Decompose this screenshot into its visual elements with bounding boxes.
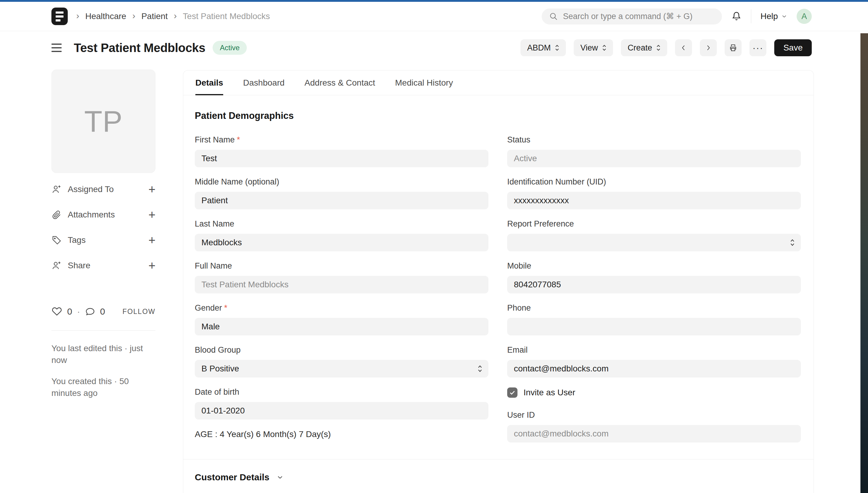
date-of-birth-input[interactable]: 01-01-2020 bbox=[195, 402, 489, 420]
tab-medical-history[interactable]: Medical History bbox=[395, 70, 453, 95]
sidebar-divider bbox=[51, 330, 155, 330]
middle-name-input[interactable]: Patient bbox=[195, 192, 489, 209]
field-label: First Name bbox=[195, 135, 235, 144]
field-label: Last Name bbox=[195, 219, 489, 229]
customer-details-section-toggle[interactable]: Customer Details bbox=[195, 459, 801, 493]
field-label: Mobile bbox=[507, 261, 801, 271]
view-dropdown-button[interactable]: View bbox=[574, 39, 613, 56]
chevron-right-icon: › bbox=[76, 10, 79, 21]
form-container: Details Dashboard Address & Contact Medi… bbox=[183, 70, 814, 493]
save-button[interactable]: Save bbox=[774, 39, 812, 56]
user-share-icon bbox=[51, 260, 62, 271]
field-identification-number: Identification Number (UID) xxxxxxxxxxxx… bbox=[507, 177, 801, 209]
add-assignment-button[interactable]: + bbox=[149, 183, 155, 196]
field-user-id: User ID contact@medblocks.com bbox=[507, 410, 801, 443]
help-menu[interactable]: Help bbox=[760, 12, 787, 21]
report-preference-select[interactable] bbox=[507, 234, 801, 251]
record-sidebar: TP Assigned To + Attachments + Tags + bbox=[51, 69, 155, 399]
add-attachment-button[interactable]: + bbox=[149, 208, 155, 222]
next-record-button[interactable] bbox=[700, 39, 717, 56]
uid-input[interactable]: xxxxxxxxxxxxx bbox=[507, 192, 801, 209]
field-label: Date of birth bbox=[195, 387, 489, 397]
first-name-input[interactable]: Test bbox=[195, 150, 489, 167]
breadcrumb-current: Test Patient Medblocks bbox=[183, 12, 270, 21]
blood-group-select[interactable]: B Positive bbox=[195, 360, 489, 378]
engagement-row: 0 · 0 FOLLOW bbox=[51, 306, 155, 317]
sidebar-toggle-icon[interactable] bbox=[51, 44, 62, 52]
desktop-wallpaper-edge bbox=[861, 33, 868, 493]
patient-image-placeholder[interactable]: TP bbox=[51, 69, 155, 173]
search-icon bbox=[549, 12, 558, 21]
sidebar-item-attachments[interactable]: Attachments + bbox=[51, 202, 155, 228]
field-label: Email bbox=[507, 345, 801, 355]
tab-details[interactable]: Details bbox=[195, 70, 223, 95]
created-text[interactable]: You created this · 50 minutes ago bbox=[51, 376, 145, 399]
app-logo[interactable] bbox=[51, 7, 68, 25]
phone-input[interactable] bbox=[507, 318, 801, 336]
global-search[interactable] bbox=[542, 8, 722, 24]
user-avatar[interactable]: A bbox=[797, 9, 812, 24]
mobile-input[interactable]: 8042077085 bbox=[507, 276, 801, 293]
follow-button[interactable]: FOLLOW bbox=[123, 307, 155, 316]
sidebar-item-tags[interactable]: Tags + bbox=[51, 228, 155, 253]
section-title-patient-demographics: Patient Demographics bbox=[195, 110, 801, 121]
breadcrumb-healthcare[interactable]: Healthcare bbox=[85, 12, 126, 21]
navbar-divider bbox=[751, 9, 751, 23]
heart-icon[interactable] bbox=[51, 306, 62, 317]
tab-dashboard[interactable]: Dashboard bbox=[243, 70, 285, 95]
email-input[interactable]: contact@medblocks.com bbox=[507, 360, 801, 378]
add-tag-button[interactable]: + bbox=[149, 234, 155, 247]
invite-as-user-checkbox[interactable] bbox=[507, 387, 518, 398]
sidebar-item-label: Attachments bbox=[68, 210, 115, 220]
form-column-left: First Name* Test Middle Name (optional) … bbox=[195, 135, 489, 452]
field-blood-group: Blood Group B Positive bbox=[195, 345, 489, 378]
field-email: Email contact@medblocks.com bbox=[507, 345, 801, 378]
age-text: AGE : 4 Year(s) 6 Month(s) 7 Day(s) bbox=[195, 429, 489, 439]
page-title: Test Patient Medblocks bbox=[74, 41, 205, 55]
tab-bar: Details Dashboard Address & Contact Medi… bbox=[183, 70, 813, 95]
status-readonly: Active bbox=[507, 150, 801, 167]
field-mobile: Mobile 8042077085 bbox=[507, 261, 801, 293]
sidebar-item-assigned-to[interactable]: Assigned To + bbox=[51, 177, 155, 202]
chevron-right-icon: › bbox=[174, 10, 177, 21]
customer-details-title: Customer Details bbox=[195, 472, 269, 483]
invite-as-user-row: Invite as User bbox=[507, 387, 801, 398]
gender-input[interactable]: Male bbox=[195, 318, 489, 336]
field-full-name: Full Name Test Patient Medblocks bbox=[195, 261, 489, 293]
field-label: Blood Group bbox=[195, 345, 489, 355]
field-label: Middle Name (optional) bbox=[195, 177, 489, 187]
check-icon bbox=[509, 389, 516, 396]
updown-chevrons-icon bbox=[555, 44, 559, 52]
share-button[interactable]: + bbox=[149, 259, 155, 273]
field-phone: Phone bbox=[507, 303, 801, 336]
select-chevrons-icon bbox=[478, 364, 482, 373]
field-label: Gender bbox=[195, 303, 222, 313]
create-dropdown-button[interactable]: Create bbox=[621, 39, 667, 56]
tab-address-contact[interactable]: Address & Contact bbox=[305, 70, 375, 95]
last-edited-text[interactable]: You last edited this · just now bbox=[51, 343, 145, 366]
invite-as-user-label: Invite as User bbox=[523, 388, 575, 398]
abdm-dropdown-button[interactable]: ABDM bbox=[521, 39, 566, 56]
sidebar-item-share[interactable]: Share + bbox=[51, 253, 155, 278]
previous-record-button[interactable] bbox=[675, 39, 692, 56]
print-button[interactable] bbox=[725, 39, 742, 56]
last-name-input[interactable]: Medblocks bbox=[195, 234, 489, 251]
breadcrumb-patient[interactable]: Patient bbox=[141, 12, 168, 21]
field-label: Phone bbox=[507, 303, 801, 313]
search-input[interactable] bbox=[563, 12, 715, 21]
chevron-left-icon bbox=[680, 44, 687, 51]
navbar: › Healthcare › Patient › Test Patient Me… bbox=[0, 2, 868, 31]
breadcrumb: › Healthcare › Patient › Test Patient Me… bbox=[76, 11, 270, 21]
status-badge: Active bbox=[213, 41, 247, 55]
more-actions-button[interactable]: ··· bbox=[750, 39, 766, 56]
select-chevrons-icon bbox=[790, 238, 795, 247]
field-first-name: First Name* Test bbox=[195, 135, 489, 167]
comment-icon[interactable] bbox=[85, 306, 95, 317]
comment-count: 0 bbox=[100, 306, 105, 317]
field-label: Status bbox=[507, 135, 801, 145]
field-date-of-birth: Date of birth 01-01-2020 bbox=[195, 387, 489, 420]
sidebar-item-label: Tags bbox=[68, 235, 86, 245]
full-name-readonly: Test Patient Medblocks bbox=[195, 276, 489, 293]
field-label: Identification Number (UID) bbox=[507, 177, 801, 187]
notifications-bell-icon[interactable] bbox=[731, 11, 742, 22]
